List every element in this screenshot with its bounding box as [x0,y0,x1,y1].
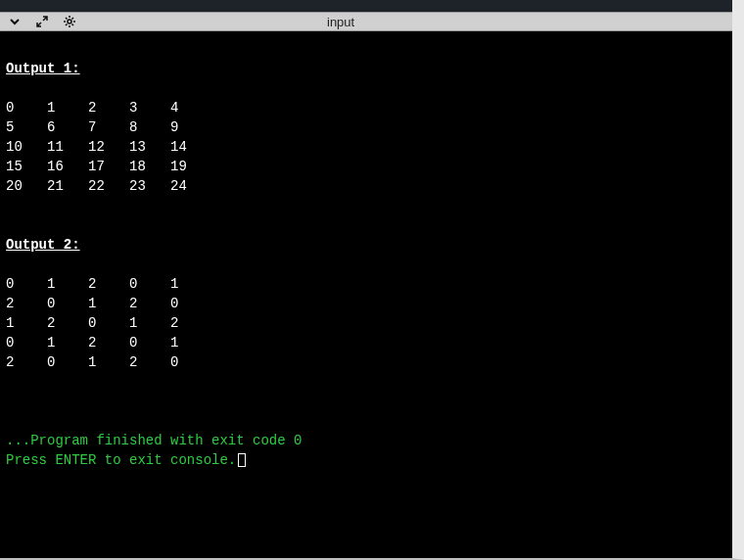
console-output[interactable]: Output 1: 012345678910111213141516171819… [0,31,732,558]
grid-cell: 2 [88,274,129,294]
grid-cell: 5 [6,117,47,137]
grid-cell: 8 [129,117,170,137]
grid-cell: 1 [129,313,170,333]
grid-cell: 1 [170,274,211,294]
grid-row: 20120 [6,352,726,372]
output-heading-2: Output 2: [6,235,726,255]
grid-cell: 1 [88,352,129,372]
grid-row: 1011121314 [6,137,726,157]
grid-cell: 23 [129,176,170,196]
grid-cell: 21 [47,176,88,196]
grid-cell: 2 [88,98,129,117]
grid-cell: 13 [129,137,170,157]
grid-row: 12012 [6,313,726,333]
grid-cell: 2 [170,313,211,333]
chevron-down-icon[interactable] [6,14,23,29]
grid-cell: 2 [88,333,129,352]
settings-icon[interactable] [61,14,78,29]
grid-cell: 6 [47,117,88,137]
grid-cell: 1 [6,313,47,333]
grid-row: 01201 [6,274,726,294]
grid-cell: 16 [47,157,88,176]
grid-cell: 4 [170,98,211,117]
grid-cell: 0 [170,294,211,313]
grid-cell: 10 [6,137,47,157]
grid-cell: 9 [170,117,211,137]
grid-cell: 0 [47,352,88,372]
grid-row: 56789 [6,117,726,137]
grid-cell: 0 [6,98,47,117]
input-label: input [327,15,354,29]
grid-row: 2021222324 [6,176,726,196]
grid-cell: 12 [88,137,129,157]
grid-cell: 1 [47,274,88,294]
grid-cell: 0 [129,274,170,294]
grid-cell: 2 [6,294,47,313]
grid-cell: 1 [47,333,88,352]
grid-cell: 24 [170,176,211,196]
grid-cell: 0 [6,333,47,352]
grid-cell: 2 [129,294,170,313]
grid-cell: 1 [47,98,88,117]
grid-row: 20120 [6,294,726,313]
grid-cell: 1 [88,294,129,313]
grid-cell: 0 [170,352,211,372]
output-grid-1: 0123456789101112131415161718192021222324 [6,98,726,196]
grid-cell: 22 [88,176,129,196]
status-finished: ...Program finished with exit code 0 [6,431,726,450]
grid-cell: 0 [47,294,88,313]
grid-row: 01234 [6,98,726,117]
status-prompt: Press ENTER to exit console. [6,450,726,470]
grid-cell: 7 [88,117,129,137]
cursor-icon [238,453,246,467]
grid-row: 01201 [6,333,726,352]
status-block: ...Program finished with exit code 0 Pre… [6,431,726,470]
grid-cell: 3 [129,98,170,117]
grid-cell: 17 [88,157,129,176]
grid-cell: 19 [170,157,211,176]
output-grid-2: 0120120120120120120120120 [6,274,726,372]
grid-cell: 20 [6,176,47,196]
grid-cell: 15 [6,157,47,176]
grid-cell: 0 [88,313,129,333]
grid-cell: 2 [6,352,47,372]
grid-cell: 1 [170,333,211,352]
svg-point-0 [68,20,71,23]
grid-cell: 2 [129,352,170,372]
editor-line: 45 print("\u0332\033[1m{}\033[0m".format… [0,0,732,12]
grid-cell: 18 [129,157,170,176]
grid-cell: 0 [6,274,47,294]
output-heading-1: Output 1: [6,59,726,78]
grid-cell: 0 [129,333,170,352]
expand-icon[interactable] [33,14,51,29]
grid-cell: 2 [47,313,88,333]
grid-cell: 14 [170,137,211,157]
console-toolbar: input [0,12,732,31]
grid-cell: 11 [47,137,88,157]
grid-row: 1516171819 [6,157,726,176]
